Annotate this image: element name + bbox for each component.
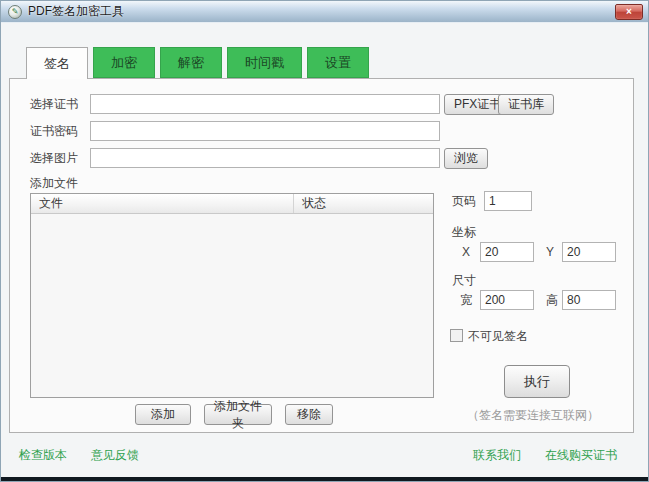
size-label: 尺寸 bbox=[452, 271, 476, 290]
file-list[interactable]: 文件 状态 bbox=[30, 193, 434, 398]
tab-sign[interactable]: 签名 bbox=[26, 47, 88, 79]
invisible-signature-label: 不可见签名 bbox=[468, 327, 528, 346]
height-label: 高 bbox=[546, 291, 558, 310]
app-window: ✎ PDF签名加密工具 × 签名 加密 解密 时间戳 设置 选择证书 PFX证书… bbox=[0, 0, 649, 482]
tab-bar: 签名 加密 解密 时间戳 设置 bbox=[26, 47, 369, 79]
footer-left: 检查版本 意见反馈 bbox=[19, 447, 139, 464]
width-input[interactable] bbox=[480, 290, 534, 310]
add-file-button[interactable]: 添加 bbox=[135, 404, 191, 425]
close-icon[interactable]: × bbox=[615, 4, 643, 20]
tab-decrypt[interactable]: 解密 bbox=[160, 47, 222, 78]
column-header-status[interactable]: 状态 bbox=[293, 194, 433, 213]
password-label: 证书密码 bbox=[30, 122, 78, 141]
footer-right: 联系我们 在线购买证书 bbox=[473, 447, 617, 464]
y-input[interactable] bbox=[562, 242, 616, 262]
invisible-signature-checkbox[interactable] bbox=[450, 329, 463, 342]
browse-button[interactable]: 浏览 bbox=[444, 148, 488, 169]
coord-label: 坐标 bbox=[452, 223, 476, 242]
tab-encrypt[interactable]: 加密 bbox=[93, 47, 155, 78]
cert-input[interactable] bbox=[90, 94, 440, 114]
width-label: 宽 bbox=[460, 291, 472, 310]
x-label: X bbox=[462, 243, 470, 262]
file-list-header: 文件 状态 bbox=[31, 194, 433, 214]
contact-us-link[interactable]: 联系我们 bbox=[473, 447, 521, 464]
cert-store-button[interactable]: 证书库 bbox=[498, 94, 554, 115]
check-version-link[interactable]: 检查版本 bbox=[19, 447, 67, 464]
tab-timestamp[interactable]: 时间戳 bbox=[227, 47, 302, 78]
remove-file-button[interactable]: 移除 bbox=[285, 404, 333, 425]
add-folder-button[interactable]: 添加文件夹 bbox=[204, 404, 272, 425]
x-input[interactable] bbox=[480, 242, 534, 262]
file-list-body[interactable] bbox=[31, 214, 433, 397]
cert-label: 选择证书 bbox=[30, 95, 78, 114]
page-input[interactable] bbox=[484, 191, 532, 211]
app-icon: ✎ bbox=[8, 5, 22, 19]
window-title: PDF签名加密工具 bbox=[28, 3, 124, 20]
add-files-label: 添加文件 bbox=[30, 174, 78, 193]
network-note: （签名需要连接互联网） bbox=[438, 407, 628, 424]
password-input[interactable] bbox=[90, 121, 440, 141]
buy-cert-link[interactable]: 在线购买证书 bbox=[545, 447, 617, 464]
execute-button[interactable]: 执行 bbox=[504, 365, 570, 398]
tab-settings[interactable]: 设置 bbox=[307, 47, 369, 78]
height-input[interactable] bbox=[562, 290, 616, 310]
window-bottom-edge bbox=[1, 477, 648, 481]
titlebar: ✎ PDF签名加密工具 × bbox=[1, 1, 648, 23]
image-input[interactable] bbox=[90, 148, 440, 168]
feedback-link[interactable]: 意见反馈 bbox=[91, 447, 139, 464]
column-header-file[interactable]: 文件 bbox=[31, 194, 293, 213]
page-label: 页码 bbox=[452, 192, 476, 211]
sign-tab-panel: 选择证书 PFX证书 证书库 证书密码 选择图片 浏览 添加文件 文件 状态 添… bbox=[9, 78, 634, 433]
y-label: Y bbox=[546, 243, 554, 262]
image-label: 选择图片 bbox=[30, 149, 78, 168]
